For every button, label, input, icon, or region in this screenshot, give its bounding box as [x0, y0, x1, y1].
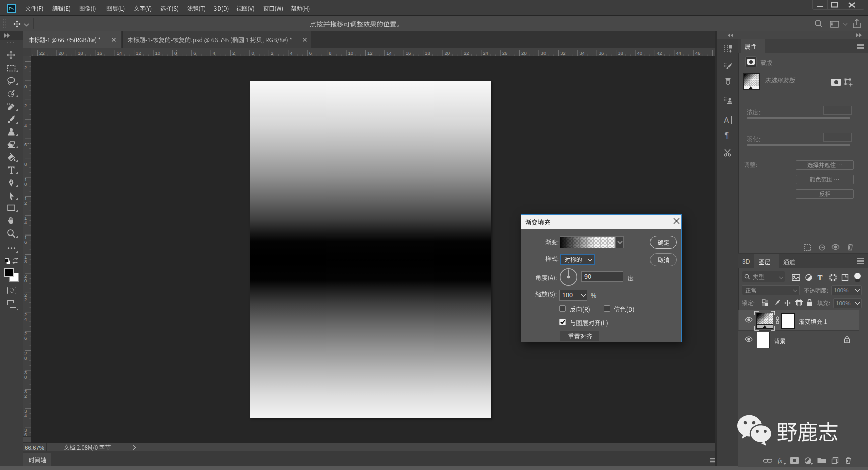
- svg-text:0: 0: [252, 50, 254, 56]
- svg-text:2: 2: [24, 103, 27, 108]
- svg-text:8: 8: [329, 50, 331, 56]
- svg-text:6: 6: [24, 335, 27, 341]
- svg-text:6: 6: [309, 50, 312, 56]
- svg-text:2: 2: [24, 65, 27, 70]
- svg-text:38: 38: [618, 50, 623, 56]
- svg-text:34: 34: [579, 50, 585, 56]
- svg-text:0: 0: [24, 278, 27, 283]
- svg-text:T: T: [818, 274, 823, 281]
- svg-text:2: 2: [232, 50, 235, 56]
- svg-text:8: 8: [24, 161, 27, 167]
- svg-text:4: 4: [290, 50, 292, 56]
- svg-text:6: 6: [24, 142, 27, 147]
- svg-text:16: 16: [406, 50, 411, 56]
- svg-text:8: 8: [174, 50, 177, 56]
- svg-text:4: 4: [24, 123, 27, 128]
- svg-text:14: 14: [117, 50, 122, 56]
- svg-text:4: 4: [24, 413, 27, 418]
- svg-text:2: 2: [271, 50, 273, 56]
- svg-text:40: 40: [637, 50, 643, 56]
- svg-text:16: 16: [97, 50, 102, 56]
- svg-text:20: 20: [59, 50, 64, 56]
- svg-text:12: 12: [367, 50, 373, 56]
- svg-text:22: 22: [39, 50, 45, 56]
- svg-text:4: 4: [24, 220, 27, 225]
- svg-text:18: 18: [425, 50, 430, 56]
- svg-text:10: 10: [348, 50, 354, 56]
- svg-text:2: 2: [24, 297, 27, 302]
- svg-text:8: 8: [24, 259, 27, 264]
- svg-text:10: 10: [155, 50, 161, 56]
- svg-text:0: 0: [24, 374, 27, 380]
- svg-text:46: 46: [695, 50, 701, 56]
- svg-text:36: 36: [599, 50, 604, 56]
- svg-text:6: 6: [193, 50, 196, 56]
- svg-text:8: 8: [24, 355, 27, 361]
- svg-text:14: 14: [386, 50, 392, 56]
- svg-text:0: 0: [24, 181, 27, 187]
- svg-text:¶: ¶: [725, 130, 729, 139]
- svg-text:A: A: [724, 116, 729, 125]
- svg-text:4: 4: [213, 50, 215, 56]
- svg-text:24: 24: [483, 50, 488, 56]
- svg-text:18: 18: [78, 50, 83, 56]
- svg-text:2: 2: [24, 393, 27, 399]
- svg-text:26: 26: [502, 50, 508, 56]
- svg-text:4: 4: [24, 316, 27, 322]
- svg-text:12: 12: [136, 50, 141, 56]
- svg-text:42: 42: [657, 50, 662, 56]
- svg-text:30: 30: [541, 50, 547, 56]
- svg-text:6: 6: [24, 239, 27, 245]
- svg-text:44: 44: [676, 50, 681, 56]
- svg-text:22: 22: [464, 50, 469, 56]
- svg-text:32: 32: [560, 50, 566, 56]
- svg-text:20: 20: [445, 50, 450, 56]
- svg-text:0: 0: [24, 84, 27, 89]
- svg-text:28: 28: [521, 50, 527, 56]
- svg-text:2: 2: [24, 200, 27, 206]
